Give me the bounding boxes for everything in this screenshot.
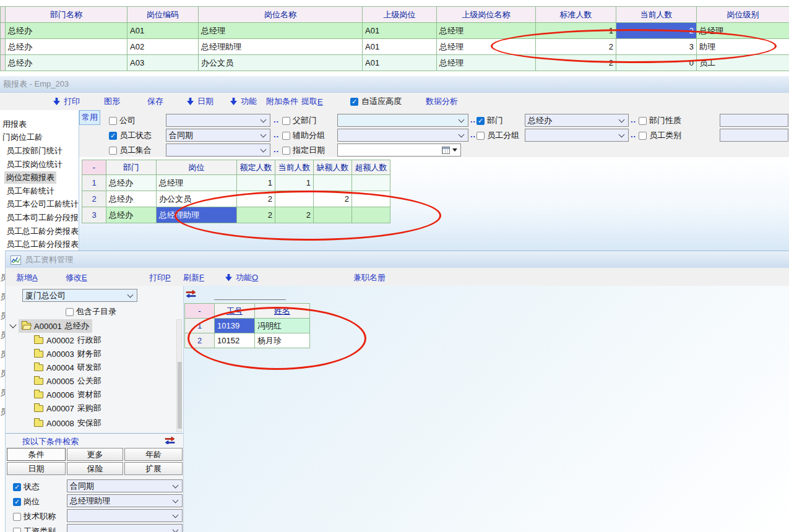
emp-collection-checkbox[interactable] [109, 147, 117, 155]
parent-dept-checkbox[interactable] [282, 117, 290, 125]
sidebar-item[interactable]: 员工本公司工龄统计 [0, 198, 79, 212]
tree-item[interactable]: A00007 采购部 [6, 401, 176, 415]
cond-tech-title[interactable]: 技术职称 [13, 511, 56, 522]
tree-item[interactable]: A00002 行政部 [6, 333, 176, 347]
company-checkbox[interactable] [109, 117, 117, 125]
sidebar-item[interactable]: 员工按部门统计 [0, 144, 79, 158]
dropdown-arrow-icon [53, 98, 60, 105]
filter-emp-category[interactable]: 员工类别 [639, 130, 681, 141]
print-button[interactable]: 打印 [53, 96, 80, 107]
emp-category-checkbox[interactable] [639, 132, 647, 140]
swap-icon[interactable] [186, 290, 196, 298]
extra-conditions-button[interactable]: 附加条件 [266, 96, 298, 107]
selected-cell[interactable]: 总经理助理 [157, 207, 237, 223]
sidebar-item[interactable]: 员工总工龄分段报表 [0, 238, 79, 251]
print-button[interactable]: 打印P [149, 272, 171, 283]
emp-group-checkbox[interactable] [476, 132, 485, 140]
tab-condition[interactable]: 条件 [7, 448, 66, 461]
parent-dept-select[interactable] [337, 114, 468, 127]
add-button[interactable]: 新增A [16, 272, 38, 283]
sidebar-item[interactable]: 用报表 [0, 118, 79, 131]
tab-insurance[interactable]: 保险 [67, 462, 123, 475]
tech-title-select[interactable] [67, 509, 183, 522]
tab-age[interactable]: 年龄 [124, 448, 183, 461]
salary-category-checkbox[interactable] [13, 528, 21, 532]
graph-button[interactable]: 图形 [104, 96, 120, 107]
aux-group-checkbox[interactable] [282, 132, 290, 140]
filter-parent-dept[interactable]: 父部门 [282, 115, 317, 126]
filter-specified-date[interactable]: 指定日期 [282, 145, 325, 156]
parttime-roster-button[interactable]: 兼职名册 [353, 272, 386, 283]
tree-item[interactable]: A00006 资材部 [6, 388, 176, 401]
include-subdir-toggle[interactable]: 包含子目录 [66, 306, 116, 317]
tab-more[interactable]: 更多 [67, 448, 123, 461]
tech-title-checkbox[interactable] [13, 513, 21, 521]
tree-expander-icon[interactable] [9, 321, 16, 328]
tree-scrollbar[interactable] [176, 319, 182, 432]
filter-emp-status[interactable]: 员工状态 [109, 130, 152, 141]
filter-emp-group[interactable]: 员工分组 [476, 130, 519, 141]
dept-checkbox[interactable] [476, 117, 485, 125]
tree-scrollbar-thumb[interactable] [178, 362, 182, 429]
tree-item[interactable]: A00003 财务部 [6, 347, 176, 361]
sidebar-item[interactable]: 员工按岗位统计 [0, 158, 79, 171]
tab-common[interactable]: 常用 [79, 110, 100, 125]
tree-item[interactable]: A00004 研发部 [6, 361, 176, 374]
tree-item-root[interactable]: A00001 总经办 [6, 319, 176, 333]
edit-button[interactable]: 修改E [66, 272, 87, 283]
date-picker[interactable] [337, 144, 461, 157]
company-select[interactable] [166, 114, 270, 127]
tree-item[interactable]: A00005 公关部 [6, 374, 176, 388]
sidebar-item[interactable]: 门岗位工龄 [0, 131, 79, 145]
filter-aux-group[interactable]: 辅助分组 [282, 130, 325, 141]
dept-select[interactable]: 总经办 [525, 114, 629, 127]
salary-category-select[interactable] [67, 524, 183, 532]
include-subdir-checkbox[interactable] [66, 308, 74, 316]
post-select[interactable]: 总经理助理 [67, 494, 183, 507]
specified-date-checkbox[interactable] [282, 147, 290, 155]
filter-dept[interactable]: 部门 [476, 115, 503, 126]
autofit-checkbox[interactable] [350, 98, 358, 106]
dept-nature-checkbox[interactable] [639, 117, 647, 125]
save-button[interactable]: 保存 [147, 96, 163, 107]
swap-icon[interactable] [165, 436, 175, 444]
tree-item[interactable]: A00008 安保部 [6, 415, 176, 431]
emp-status-checkbox[interactable] [109, 132, 117, 140]
selected-cell[interactable]: 2 [616, 23, 697, 39]
cond-post[interactable]: 岗位 [13, 496, 40, 507]
sidebar-item[interactable]: 员工年龄统计 [0, 184, 79, 198]
sidebar-item[interactable]: 员工本司工龄分段报表 [0, 211, 79, 225]
functions-button[interactable]: 功能O [225, 272, 258, 283]
company-select[interactable]: 厦门总公司 [22, 289, 137, 302]
filter-company[interactable]: 公司 [109, 115, 136, 126]
date-button[interactable]: 日期 [187, 96, 213, 107]
col-short: 缺额人数 [314, 160, 352, 175]
refresh-button[interactable]: 刷新F [183, 272, 204, 283]
col-parent-post: 上级岗位 [363, 7, 437, 23]
dept-nature-select[interactable] [720, 114, 788, 127]
selected-cell[interactable]: 10139 [215, 319, 255, 333]
emp-group-select[interactable] [525, 129, 629, 142]
col-emp-id[interactable]: 工号 [215, 304, 255, 319]
tab-date[interactable]: 日期 [7, 462, 66, 475]
filter-emp-collection[interactable]: 员工集合 [109, 145, 152, 156]
filter-dept-nature[interactable]: 部门性质 [639, 115, 681, 126]
cond-status[interactable]: 状态 [13, 481, 40, 492]
sidebar-item[interactable]: 员工总工龄分类报表 [0, 225, 79, 238]
chevron-down-icon [173, 497, 179, 503]
functions-button[interactable]: 功能 [230, 96, 257, 107]
data-analysis-button[interactable]: 数据分析 [426, 96, 458, 107]
emp-collection-select[interactable] [166, 144, 270, 157]
post-checkbox[interactable] [13, 498, 21, 506]
emp-status-select[interactable]: 合同期 [166, 129, 270, 142]
status-checkbox[interactable] [13, 483, 21, 491]
status-select[interactable]: 合同期 [67, 479, 183, 492]
aux-group-select[interactable] [337, 129, 468, 142]
sidebar-item-selected[interactable]: 岗位定额报表 [0, 171, 79, 184]
cond-salary-category[interactable]: 工资类别 [13, 526, 56, 532]
tab-extend[interactable]: 扩展 [124, 462, 183, 475]
col-emp-name[interactable]: 姓名 [255, 304, 310, 319]
extract-button[interactable]: 提取E [301, 96, 323, 107]
emp-category-select[interactable] [720, 129, 788, 142]
autofit-toggle[interactable]: 自适应高度 [350, 96, 402, 107]
